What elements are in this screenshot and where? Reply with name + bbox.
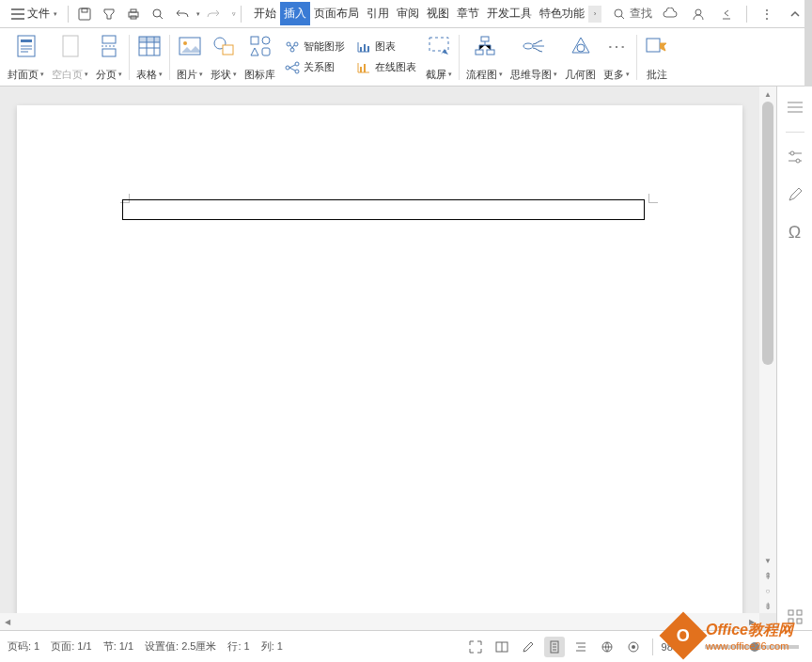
scroll-track[interactable]: [759, 102, 776, 553]
page-up-icon[interactable]: ⇞: [759, 568, 776, 583]
page-view-icon[interactable]: [544, 637, 565, 657]
side-pencil-icon[interactable]: [782, 181, 808, 208]
scroll-down-icon[interactable]: ▼: [759, 553, 776, 568]
ribbon-flowchart[interactable]: 流程图▾: [462, 31, 507, 84]
browse-object-icon[interactable]: ○: [759, 583, 776, 598]
zoom-percent[interactable]: 98%: [662, 641, 682, 653]
focus-view-icon[interactable]: [623, 637, 644, 657]
undo-icon[interactable]: [171, 3, 194, 25]
svg-point-23: [294, 42, 298, 46]
quickaccess-more[interactable]: ▿: [232, 10, 236, 18]
tab-view[interactable]: 视图: [423, 2, 453, 25]
edit-view-icon[interactable]: [518, 637, 539, 657]
status-page-number[interactable]: 页码: 1: [8, 639, 39, 654]
status-row[interactable]: 行: 1: [227, 639, 249, 654]
more-vertical-icon[interactable]: ⋮: [756, 3, 778, 25]
file-menu-label: 文件: [27, 6, 50, 22]
preview-icon[interactable]: [147, 3, 169, 25]
ribbon-more[interactable]: ⋯ 更多▾: [600, 31, 633, 84]
svg-point-38: [577, 44, 585, 52]
outline-view-icon[interactable]: [570, 637, 591, 657]
svg-point-37: [523, 43, 533, 49]
print-icon[interactable]: [122, 3, 145, 25]
ribbon-mindmap[interactable]: 思维导图▾: [507, 31, 561, 84]
geometry-icon: [568, 33, 594, 59]
cloud-icon[interactable]: [659, 3, 681, 25]
ribbon-smartart[interactable]: 智能图形: [283, 38, 347, 56]
side-settings-icon[interactable]: [782, 144, 808, 170]
tab-start[interactable]: 开始: [250, 2, 280, 25]
ribbon-cover-page[interactable]: 封面页▾: [4, 31, 48, 84]
table-icon: [136, 33, 163, 59]
tab-special[interactable]: 特色功能: [536, 2, 588, 25]
svg-rect-11: [102, 36, 116, 43]
undo-dropdown[interactable]: ▾: [196, 10, 200, 18]
status-page-total[interactable]: 页面: 1/1: [51, 639, 91, 654]
tab-review[interactable]: 审阅: [393, 2, 423, 25]
side-grid-icon[interactable]: [782, 604, 808, 630]
status-section[interactable]: 节: 1/1: [103, 639, 133, 654]
tab-reference[interactable]: 引用: [363, 2, 393, 25]
side-omega-icon[interactable]: Ω: [782, 219, 808, 245]
vertical-scrollbar[interactable]: ▲ ▼ ⇞ ○ ⇟: [759, 87, 776, 613]
web-view-icon[interactable]: [597, 637, 617, 657]
document-scroll[interactable]: [0, 87, 759, 613]
ribbon-relation[interactable]: 关系图: [283, 58, 347, 77]
ribbon-blank-page[interactable]: 空白页▾: [48, 31, 92, 84]
ribbon-screenshot[interactable]: 截屏▾: [422, 31, 456, 84]
flowchart-label: 流程图: [466, 68, 497, 82]
cover-label: 封面页: [8, 68, 39, 82]
table-cell[interactable]: [122, 199, 645, 220]
search-label: 查找: [630, 6, 652, 22]
share-icon[interactable]: [715, 3, 738, 25]
scroll-track[interactable]: [15, 613, 744, 630]
reading-view-icon[interactable]: [492, 637, 512, 657]
divider: [129, 35, 130, 80]
ribbon-shapes[interactable]: 形状▾: [207, 31, 241, 84]
more-icon: ⋯: [603, 33, 630, 59]
right-edge-handle[interactable]: [804, 0, 812, 87]
pagebreak-label: 分页: [96, 68, 117, 82]
ribbon-picture[interactable]: 图片▾: [173, 31, 207, 84]
search-button[interactable]: 查找: [613, 6, 652, 22]
ribbon-chart[interactable]: 图表: [354, 38, 418, 56]
tab-layout[interactable]: 页面布局: [310, 2, 363, 25]
fullscreen-icon[interactable]: [465, 637, 486, 657]
picture-icon: [177, 33, 203, 59]
save-icon[interactable]: [73, 3, 96, 25]
side-hamburger-icon[interactable]: [782, 94, 808, 120]
tab-devtools[interactable]: 开发工具: [483, 2, 536, 25]
user-icon[interactable]: [687, 3, 710, 25]
ribbon-page-break[interactable]: 分页▾: [92, 31, 126, 84]
scroll-right-icon[interactable]: ▶: [744, 613, 759, 630]
redo-icon[interactable]: [202, 3, 225, 25]
tab-insert[interactable]: 插入: [280, 2, 310, 25]
app-menu-button[interactable]: 文件 ▾: [6, 3, 63, 24]
ribbon-online-chart[interactable]: 在线图表: [354, 58, 418, 77]
collapse-ribbon-icon[interactable]: [784, 3, 806, 25]
ribbon-icon-library[interactable]: 图标库: [241, 31, 279, 84]
tabs-overflow[interactable]: ›: [588, 6, 601, 23]
screenshot-label: 截屏: [426, 68, 446, 82]
svg-rect-18: [223, 45, 233, 55]
svg-point-40: [790, 151, 794, 155]
scroll-left-icon[interactable]: ◀: [0, 613, 15, 630]
document-page[interactable]: [17, 105, 742, 613]
relation-icon: [285, 60, 300, 75]
zoom-thumb[interactable]: [750, 642, 759, 652]
zoom-out-icon[interactable]: −: [688, 641, 694, 653]
status-col[interactable]: 列: 1: [261, 639, 283, 654]
svg-point-6: [615, 9, 622, 17]
svg-rect-9: [21, 39, 32, 42]
scroll-up-icon[interactable]: ▲: [759, 87, 776, 102]
print-preview-icon[interactable]: [98, 3, 120, 25]
ribbon-table[interactable]: 表格▾: [133, 31, 166, 84]
status-setting[interactable]: 设置值: 2.5厘米: [145, 639, 216, 654]
tab-chapter[interactable]: 章节: [453, 2, 483, 25]
scroll-thumb[interactable]: [762, 102, 773, 365]
ribbon-geometry[interactable]: 几何图: [561, 31, 600, 84]
ribbon-annotate[interactable]: 批注: [640, 31, 674, 84]
page-down-icon[interactable]: ⇟: [759, 598, 776, 613]
zoom-slider[interactable]: [705, 645, 799, 649]
horizontal-scrollbar[interactable]: ◀ ▶: [0, 613, 759, 630]
